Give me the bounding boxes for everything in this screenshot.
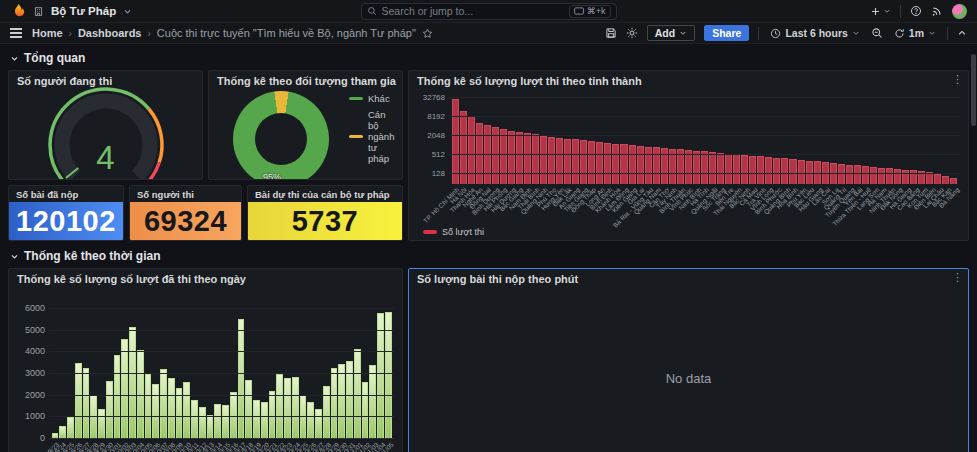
- bar: [245, 380, 252, 439]
- bar: [798, 160, 805, 184]
- legend-marker: [349, 97, 363, 101]
- bar: [741, 155, 748, 184]
- bar: [894, 169, 901, 184]
- top-navbar: Bộ Tư Pháp Search or jump to... ⌘+k: [0, 0, 977, 23]
- bar: [214, 404, 221, 439]
- panel-menu-icon[interactable]: ⋮: [952, 74, 963, 84]
- keyboard-icon: [574, 7, 584, 15]
- panel-title[interactable]: Số người thi: [130, 186, 241, 202]
- bar: [121, 339, 128, 439]
- chevron-down-icon: [10, 54, 19, 63]
- search-input[interactable]: Search or jump to... ⌘+k: [361, 3, 617, 20]
- panel-title[interactable]: Bài dự thi của cán bộ tư pháp: [248, 186, 402, 202]
- bar: [604, 143, 611, 184]
- bar: [870, 167, 877, 184]
- y-tick-label: 6000: [15, 303, 45, 313]
- bar: [191, 400, 198, 439]
- legend-marker: [349, 135, 363, 139]
- bar: [238, 319, 245, 439]
- panel-title[interactable]: Thống kê theo đối tượng tham gia: [209, 71, 402, 87]
- refresh-icon: [894, 28, 905, 39]
- legend-marker: [423, 230, 437, 234]
- menu-icon[interactable]: [10, 28, 22, 38]
- section-time[interactable]: Thống kê theo thời gian: [10, 248, 969, 264]
- panel-title[interactable]: Thống kê số lượng lượt thi theo tỉnh thà…: [409, 71, 968, 87]
- zoom-out-icon[interactable]: [871, 27, 883, 39]
- bar: [596, 142, 603, 184]
- x-axis-labels: 09/2309/2409/2509/2609/2709/2809/2909/30…: [49, 440, 392, 452]
- section-overview[interactable]: Tổng quan: [10, 50, 969, 66]
- legend-item[interactable]: Khác: [349, 93, 396, 104]
- donut-chart: 95%: [233, 91, 329, 180]
- chevron-down-icon[interactable]: [123, 7, 132, 16]
- y-tick-label: 128: [415, 169, 445, 178]
- bar: [580, 140, 587, 184]
- bar: [532, 134, 539, 184]
- bar: [645, 147, 652, 185]
- panel-stat-submitted: Số bài đã nộp 120102: [8, 185, 124, 241]
- save-dashboard-icon[interactable]: [605, 27, 617, 39]
- add-button[interactable]: Add: [647, 25, 695, 41]
- legend-item[interactable]: Cán bộ ngành tư pháp: [349, 109, 396, 164]
- gridline: [49, 351, 394, 352]
- y-tick-label: 2000: [15, 390, 45, 400]
- breadcrumb-home[interactable]: Home: [32, 27, 63, 39]
- chevron-down-icon: [679, 29, 687, 37]
- bar: [452, 99, 459, 184]
- bar: [629, 145, 636, 184]
- bar: [757, 156, 764, 184]
- chevron-down-icon: [883, 7, 891, 15]
- daily-chart: 0100020003000400050006000: [15, 297, 394, 439]
- bar: [331, 368, 338, 440]
- breadcrumb-dashboards[interactable]: Dashboards: [78, 27, 142, 39]
- bar: [292, 377, 299, 439]
- page-scrollbar[interactable]: [971, 46, 976, 450]
- panel-provinces: Thống kê số lượng lượt thi theo tỉnh thà…: [408, 70, 969, 241]
- bar: [516, 132, 523, 184]
- star-icon[interactable]: [422, 28, 433, 39]
- refresh-picker[interactable]: 1m: [892, 25, 938, 41]
- bar: [160, 369, 167, 439]
- org-switcher[interactable]: Bộ Tư Pháp: [51, 5, 116, 17]
- y-tick-label: 5000: [15, 325, 45, 335]
- bar: [693, 151, 700, 184]
- bar: [83, 368, 90, 439]
- dashboard-canvas: Tổng quan Số người đang thi 4 Thống kê t…: [0, 44, 977, 452]
- panel-title[interactable]: Số lượng bài thi nộp theo phút: [409, 269, 968, 285]
- bar: [709, 152, 716, 184]
- panel-menu-icon[interactable]: ⋮: [952, 272, 963, 282]
- donut-percent-label: 95%: [263, 172, 281, 180]
- bar: [362, 382, 369, 439]
- divider: [947, 27, 948, 40]
- user-avatar[interactable]: [952, 4, 967, 19]
- news-icon[interactable]: [931, 5, 943, 17]
- bar: [369, 365, 376, 439]
- time-range-picker[interactable]: Last 6 hours: [768, 25, 861, 41]
- bar: [307, 402, 314, 439]
- bar: [612, 144, 619, 184]
- series-legend[interactable]: Số lượt thi: [423, 227, 484, 237]
- collapse-toolbar-icon[interactable]: [957, 28, 967, 38]
- bar: [261, 402, 268, 439]
- y-tick-label: 32768: [415, 93, 445, 102]
- help-icon[interactable]: [910, 5, 922, 17]
- panel-title[interactable]: Thống kê số lượng số lượt đã thi theo ng…: [9, 269, 402, 285]
- gridline: [449, 173, 960, 174]
- scrollbar-thumb[interactable]: [971, 54, 976, 126]
- panel-title[interactable]: Số bài đã nộp: [9, 186, 123, 202]
- divider: [758, 27, 759, 40]
- bar: [500, 129, 507, 184]
- search-placeholder: Search or jump to...: [382, 5, 564, 17]
- grafana-logo[interactable]: [10, 3, 26, 19]
- bar: [717, 153, 724, 184]
- bar: [269, 391, 276, 439]
- stat-value: 120102: [9, 202, 123, 240]
- bar: [950, 178, 957, 184]
- bar: [749, 156, 756, 184]
- settings-gear-icon[interactable]: [626, 27, 638, 39]
- new-menu-button[interactable]: [870, 6, 891, 17]
- bar: [199, 407, 206, 439]
- share-button[interactable]: Share: [704, 25, 749, 41]
- bar: [846, 165, 853, 184]
- chevron-down-icon: [852, 29, 860, 37]
